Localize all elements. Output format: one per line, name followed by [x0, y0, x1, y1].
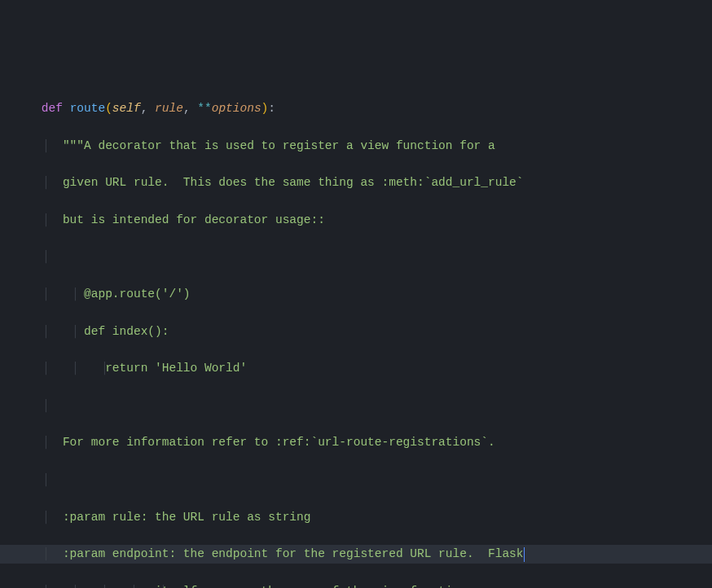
code-line[interactable]: │ """A decorator that is used to registe… — [0, 137, 712, 156]
docstring-text: def index(): — [84, 325, 169, 338]
docstring-text: :param endpoint: the endpoint for the re… — [63, 547, 524, 560]
code-line[interactable]: │ │ @app.route('/') — [0, 285, 712, 304]
code-line[interactable]: │ — [0, 397, 712, 415]
code-line-active[interactable]: │ :param endpoint: the endpoint for the … — [0, 545, 712, 564]
docstring-text: For more information refer to :ref:`url-… — [63, 436, 495, 449]
docstring-text: given URL rule. This does the same thing… — [63, 176, 524, 189]
docstring-text: :param rule: the URL rule as string — [63, 511, 311, 524]
code-editor[interactable]: def route(self, rule, **options): │ """A… — [0, 81, 712, 588]
code-line[interactable]: │ :param rule: the URL rule as string — [0, 508, 712, 527]
code-line[interactable]: │ │ def index(): — [0, 323, 712, 341]
code-line[interactable]: │ — [0, 248, 712, 266]
param-rule: rule — [155, 102, 183, 115]
code-line[interactable]: │ │ │ │ │ itself assumes the name of the… — [0, 582, 712, 588]
paren-close: ) — [262, 102, 269, 115]
code-line[interactable]: │ │ │ return 'Hello World' — [0, 359, 712, 378]
param-options: options — [212, 102, 262, 115]
docstring-text: itself assumes the name of the view func… — [155, 585, 488, 588]
code-line[interactable]: │ For more information refer to :ref:`ur… — [0, 433, 712, 452]
keyword-def: def — [42, 102, 63, 115]
code-line[interactable]: def route(self, rule, **options): — [0, 99, 712, 118]
code-line[interactable]: │ but is intended for decorator usage:: — [0, 211, 712, 230]
code-line[interactable]: │ — [0, 471, 712, 489]
code-line[interactable]: │ given URL rule. This does the same thi… — [0, 173, 712, 192]
function-name: route — [70, 102, 106, 115]
text-cursor — [524, 547, 525, 562]
param-self: self — [112, 102, 141, 115]
docstring-text: but is intended for decorator usage:: — [63, 213, 325, 226]
docstring-text: return 'Hello World' — [105, 362, 247, 375]
paren-open: ( — [105, 102, 112, 115]
docstring-text: @app.route('/') — [84, 287, 191, 301]
docstring-text: """A decorator that is used to register … — [63, 139, 495, 152]
